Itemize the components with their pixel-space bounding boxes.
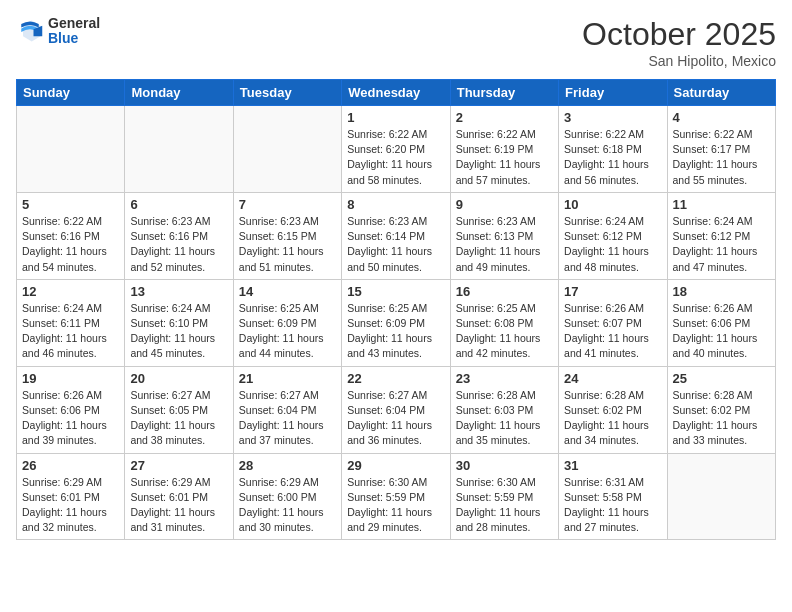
calendar-cell: 26Sunrise: 6:29 AM Sunset: 6:01 PM Dayli… bbox=[17, 453, 125, 540]
day-info: Sunrise: 6:27 AM Sunset: 6:04 PM Dayligh… bbox=[347, 388, 444, 449]
day-info: Sunrise: 6:29 AM Sunset: 6:01 PM Dayligh… bbox=[22, 475, 119, 536]
day-info: Sunrise: 6:22 AM Sunset: 6:20 PM Dayligh… bbox=[347, 127, 444, 188]
day-info: Sunrise: 6:24 AM Sunset: 6:11 PM Dayligh… bbox=[22, 301, 119, 362]
calendar-cell: 17Sunrise: 6:26 AM Sunset: 6:07 PM Dayli… bbox=[559, 279, 667, 366]
calendar-cell: 20Sunrise: 6:27 AM Sunset: 6:05 PM Dayli… bbox=[125, 366, 233, 453]
calendar-cell: 28Sunrise: 6:29 AM Sunset: 6:00 PM Dayli… bbox=[233, 453, 341, 540]
day-info: Sunrise: 6:25 AM Sunset: 6:09 PM Dayligh… bbox=[239, 301, 336, 362]
day-number: 21 bbox=[239, 371, 336, 386]
location-title: San Hipolito, Mexico bbox=[582, 53, 776, 69]
calendar-cell: 23Sunrise: 6:28 AM Sunset: 6:03 PM Dayli… bbox=[450, 366, 558, 453]
calendar-cell: 16Sunrise: 6:25 AM Sunset: 6:08 PM Dayli… bbox=[450, 279, 558, 366]
day-number: 10 bbox=[564, 197, 661, 212]
week-row-1: 1Sunrise: 6:22 AM Sunset: 6:20 PM Daylig… bbox=[17, 106, 776, 193]
calendar-cell: 5Sunrise: 6:22 AM Sunset: 6:16 PM Daylig… bbox=[17, 192, 125, 279]
calendar-cell: 7Sunrise: 6:23 AM Sunset: 6:15 PM Daylig… bbox=[233, 192, 341, 279]
day-number: 31 bbox=[564, 458, 661, 473]
calendar-cell: 4Sunrise: 6:22 AM Sunset: 6:17 PM Daylig… bbox=[667, 106, 775, 193]
day-info: Sunrise: 6:28 AM Sunset: 6:03 PM Dayligh… bbox=[456, 388, 553, 449]
day-number: 6 bbox=[130, 197, 227, 212]
calendar-cell: 25Sunrise: 6:28 AM Sunset: 6:02 PM Dayli… bbox=[667, 366, 775, 453]
logo-text: General Blue bbox=[48, 16, 100, 47]
day-info: Sunrise: 6:30 AM Sunset: 5:59 PM Dayligh… bbox=[347, 475, 444, 536]
calendar-cell: 15Sunrise: 6:25 AM Sunset: 6:09 PM Dayli… bbox=[342, 279, 450, 366]
calendar-cell: 31Sunrise: 6:31 AM Sunset: 5:58 PM Dayli… bbox=[559, 453, 667, 540]
calendar-cell: 19Sunrise: 6:26 AM Sunset: 6:06 PM Dayli… bbox=[17, 366, 125, 453]
day-number: 28 bbox=[239, 458, 336, 473]
day-info: Sunrise: 6:27 AM Sunset: 6:05 PM Dayligh… bbox=[130, 388, 227, 449]
calendar-cell bbox=[125, 106, 233, 193]
day-number: 7 bbox=[239, 197, 336, 212]
week-row-2: 5Sunrise: 6:22 AM Sunset: 6:16 PM Daylig… bbox=[17, 192, 776, 279]
day-info: Sunrise: 6:23 AM Sunset: 6:14 PM Dayligh… bbox=[347, 214, 444, 275]
calendar-cell: 13Sunrise: 6:24 AM Sunset: 6:10 PM Dayli… bbox=[125, 279, 233, 366]
day-info: Sunrise: 6:23 AM Sunset: 6:13 PM Dayligh… bbox=[456, 214, 553, 275]
calendar-cell: 21Sunrise: 6:27 AM Sunset: 6:04 PM Dayli… bbox=[233, 366, 341, 453]
day-info: Sunrise: 6:24 AM Sunset: 6:12 PM Dayligh… bbox=[673, 214, 770, 275]
title-block: October 2025 San Hipolito, Mexico bbox=[582, 16, 776, 69]
calendar-cell: 11Sunrise: 6:24 AM Sunset: 6:12 PM Dayli… bbox=[667, 192, 775, 279]
day-info: Sunrise: 6:22 AM Sunset: 6:19 PM Dayligh… bbox=[456, 127, 553, 188]
calendar-cell: 29Sunrise: 6:30 AM Sunset: 5:59 PM Dayli… bbox=[342, 453, 450, 540]
day-number: 16 bbox=[456, 284, 553, 299]
day-info: Sunrise: 6:25 AM Sunset: 6:08 PM Dayligh… bbox=[456, 301, 553, 362]
calendar-cell bbox=[17, 106, 125, 193]
day-info: Sunrise: 6:30 AM Sunset: 5:59 PM Dayligh… bbox=[456, 475, 553, 536]
col-header-monday: Monday bbox=[125, 80, 233, 106]
day-number: 24 bbox=[564, 371, 661, 386]
col-header-sunday: Sunday bbox=[17, 80, 125, 106]
logo: General Blue bbox=[16, 16, 100, 47]
col-header-tuesday: Tuesday bbox=[233, 80, 341, 106]
page-header: General Blue October 2025 San Hipolito, … bbox=[16, 16, 776, 69]
day-info: Sunrise: 6:29 AM Sunset: 6:01 PM Dayligh… bbox=[130, 475, 227, 536]
day-number: 13 bbox=[130, 284, 227, 299]
day-number: 27 bbox=[130, 458, 227, 473]
day-number: 8 bbox=[347, 197, 444, 212]
col-header-wednesday: Wednesday bbox=[342, 80, 450, 106]
day-info: Sunrise: 6:22 AM Sunset: 6:18 PM Dayligh… bbox=[564, 127, 661, 188]
day-info: Sunrise: 6:25 AM Sunset: 6:09 PM Dayligh… bbox=[347, 301, 444, 362]
day-number: 30 bbox=[456, 458, 553, 473]
day-info: Sunrise: 6:26 AM Sunset: 6:07 PM Dayligh… bbox=[564, 301, 661, 362]
day-info: Sunrise: 6:22 AM Sunset: 6:17 PM Dayligh… bbox=[673, 127, 770, 188]
day-info: Sunrise: 6:29 AM Sunset: 6:00 PM Dayligh… bbox=[239, 475, 336, 536]
day-number: 18 bbox=[673, 284, 770, 299]
day-number: 29 bbox=[347, 458, 444, 473]
day-number: 23 bbox=[456, 371, 553, 386]
day-number: 12 bbox=[22, 284, 119, 299]
calendar-cell: 30Sunrise: 6:30 AM Sunset: 5:59 PM Dayli… bbox=[450, 453, 558, 540]
day-info: Sunrise: 6:26 AM Sunset: 6:06 PM Dayligh… bbox=[673, 301, 770, 362]
logo-icon bbox=[16, 17, 44, 45]
day-info: Sunrise: 6:24 AM Sunset: 6:12 PM Dayligh… bbox=[564, 214, 661, 275]
calendar-cell: 27Sunrise: 6:29 AM Sunset: 6:01 PM Dayli… bbox=[125, 453, 233, 540]
week-row-4: 19Sunrise: 6:26 AM Sunset: 6:06 PM Dayli… bbox=[17, 366, 776, 453]
calendar-cell: 18Sunrise: 6:26 AM Sunset: 6:06 PM Dayli… bbox=[667, 279, 775, 366]
day-number: 17 bbox=[564, 284, 661, 299]
col-header-friday: Friday bbox=[559, 80, 667, 106]
day-number: 4 bbox=[673, 110, 770, 125]
day-number: 3 bbox=[564, 110, 661, 125]
day-info: Sunrise: 6:31 AM Sunset: 5:58 PM Dayligh… bbox=[564, 475, 661, 536]
day-info: Sunrise: 6:27 AM Sunset: 6:04 PM Dayligh… bbox=[239, 388, 336, 449]
calendar-cell: 9Sunrise: 6:23 AM Sunset: 6:13 PM Daylig… bbox=[450, 192, 558, 279]
day-info: Sunrise: 6:24 AM Sunset: 6:10 PM Dayligh… bbox=[130, 301, 227, 362]
day-number: 15 bbox=[347, 284, 444, 299]
col-header-saturday: Saturday bbox=[667, 80, 775, 106]
calendar-cell: 1Sunrise: 6:22 AM Sunset: 6:20 PM Daylig… bbox=[342, 106, 450, 193]
day-info: Sunrise: 6:23 AM Sunset: 6:15 PM Dayligh… bbox=[239, 214, 336, 275]
day-number: 20 bbox=[130, 371, 227, 386]
week-row-3: 12Sunrise: 6:24 AM Sunset: 6:11 PM Dayli… bbox=[17, 279, 776, 366]
day-number: 11 bbox=[673, 197, 770, 212]
logo-general: General bbox=[48, 16, 100, 31]
day-info: Sunrise: 6:26 AM Sunset: 6:06 PM Dayligh… bbox=[22, 388, 119, 449]
calendar-cell: 6Sunrise: 6:23 AM Sunset: 6:16 PM Daylig… bbox=[125, 192, 233, 279]
calendar-cell bbox=[233, 106, 341, 193]
day-number: 22 bbox=[347, 371, 444, 386]
calendar-cell: 22Sunrise: 6:27 AM Sunset: 6:04 PM Dayli… bbox=[342, 366, 450, 453]
logo-blue: Blue bbox=[48, 31, 100, 46]
day-number: 1 bbox=[347, 110, 444, 125]
day-number: 26 bbox=[22, 458, 119, 473]
week-row-5: 26Sunrise: 6:29 AM Sunset: 6:01 PM Dayli… bbox=[17, 453, 776, 540]
calendar-table: SundayMondayTuesdayWednesdayThursdayFrid… bbox=[16, 79, 776, 540]
calendar-cell bbox=[667, 453, 775, 540]
